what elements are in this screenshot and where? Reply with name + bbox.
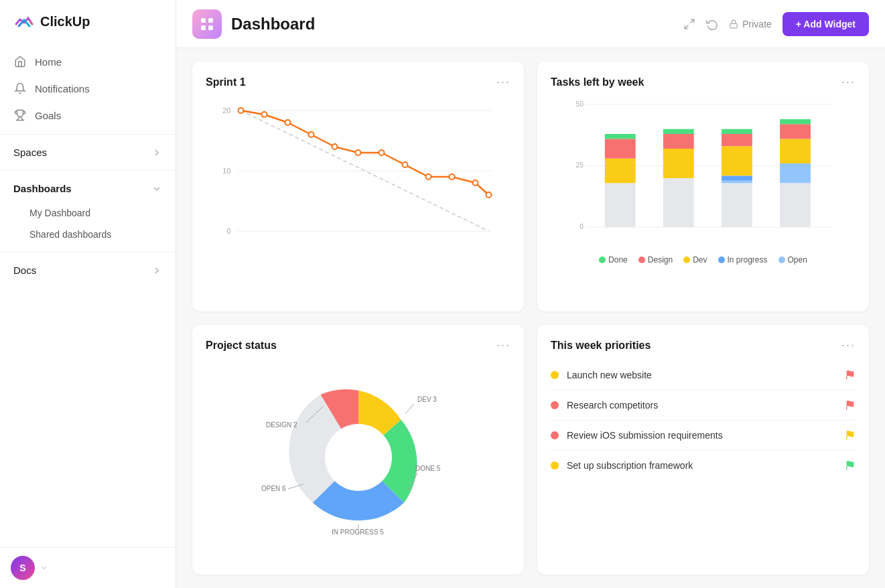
- legend-open: Open: [778, 255, 807, 265]
- pie-label-open: OPEN 6: [261, 485, 286, 492]
- priority-item-1: Research competitors: [551, 390, 856, 421]
- spaces-label: Spaces: [13, 147, 47, 158]
- bar-chart-svg: 50 25 0: [551, 97, 856, 244]
- priority-flag-1: [845, 400, 856, 411]
- svg-point-15: [262, 112, 267, 117]
- sidebar-section-dashboards[interactable]: Dashboards: [0, 176, 176, 201]
- priority-flag-0: [845, 370, 856, 380]
- priority-dot-3: [551, 461, 559, 469]
- svg-rect-2: [201, 25, 206, 30]
- clickup-logo-icon: [13, 11, 35, 32]
- sidebar-item-home[interactable]: Home: [0, 48, 176, 75]
- svg-rect-47: [780, 163, 811, 183]
- svg-text:0: 0: [226, 227, 230, 235]
- svg-point-25: [486, 192, 492, 198]
- tasks-card-menu[interactable]: ···: [841, 75, 856, 89]
- open-dot: [778, 256, 785, 263]
- add-widget-button[interactable]: + Add Widget: [782, 12, 869, 36]
- sidebar-item-my-dashboard[interactable]: My Dashboard: [0, 202, 176, 224]
- sprint-card-menu[interactable]: ···: [496, 75, 510, 89]
- nav-divider-3: [0, 252, 176, 252]
- svg-line-4: [691, 19, 694, 23]
- priority-dot-0: [551, 371, 559, 379]
- svg-rect-35: [605, 134, 636, 139]
- done-dot: [599, 256, 606, 263]
- sidebar-item-shared-dashboards[interactable]: Shared dashboards: [0, 224, 176, 245]
- user-dropdown-icon[interactable]: [40, 564, 48, 572]
- svg-rect-34: [605, 139, 636, 158]
- docs-label: Docs: [13, 265, 36, 276]
- priority-text-0: Launch new website: [567, 370, 837, 380]
- sidebar-item-goals[interactable]: Goals: [0, 102, 176, 129]
- header-right: Private + Add Widget: [683, 12, 869, 36]
- priorities-title: This week priorities: [551, 340, 651, 352]
- sidebar-item-notifications[interactable]: Notifications: [0, 75, 176, 102]
- chevron-right-icon-docs: [151, 265, 162, 276]
- sprint-chart-svg: 20 10 0: [206, 97, 510, 258]
- svg-rect-48: [780, 139, 811, 163]
- user-avatar[interactable]: S: [11, 556, 35, 580]
- pie-chart-container: DEV 3 DONE 5 IN PROGRESS 5 OPEN 6 DESIGN…: [206, 360, 510, 548]
- svg-rect-0: [201, 18, 206, 23]
- refresh-action[interactable]: [706, 18, 718, 30]
- legend-done: Done: [599, 255, 628, 265]
- in-progress-dot: [718, 256, 725, 263]
- home-icon: [13, 55, 27, 68]
- svg-text:25: 25: [576, 161, 584, 169]
- svg-point-51: [325, 424, 392, 491]
- open-label: Open: [788, 255, 807, 265]
- design-label: Design: [648, 255, 673, 265]
- sidebar-section-spaces[interactable]: Spaces: [0, 140, 176, 165]
- svg-point-19: [356, 150, 361, 155]
- bar-chart: 50 25 0: [551, 97, 856, 285]
- sprint-card-header: Sprint 1 ···: [206, 75, 510, 89]
- svg-text:50: 50: [576, 100, 584, 108]
- svg-line-5: [685, 25, 688, 28]
- sprint-chart: 20 10 0: [206, 97, 510, 285]
- svg-rect-40: [722, 183, 752, 227]
- svg-point-14: [239, 108, 244, 113]
- project-status-menu[interactable]: ···: [496, 338, 510, 352]
- legend-in-progress: In progress: [718, 255, 768, 265]
- project-status-header: Project status ···: [206, 338, 510, 352]
- legend-dev: Dev: [683, 255, 707, 265]
- priority-dot-2: [551, 431, 559, 439]
- priority-dot-1: [551, 401, 559, 409]
- svg-line-52: [405, 404, 414, 414]
- pie-label-done: DONE 5: [415, 465, 441, 472]
- chevron-right-icon: [151, 147, 162, 158]
- sidebar-item-goals-label: Goals: [35, 110, 61, 121]
- svg-point-17: [309, 132, 314, 137]
- expand-icon: [683, 18, 695, 30]
- priorities-menu[interactable]: ···: [841, 338, 856, 352]
- design-dot: [638, 256, 645, 263]
- legend-design: Design: [638, 255, 673, 265]
- svg-rect-46: [780, 183, 811, 227]
- avatar-initials: S: [19, 563, 25, 573]
- svg-point-24: [473, 180, 478, 186]
- svg-text:20: 20: [222, 106, 230, 115]
- trophy-icon: [13, 108, 27, 122]
- sidebar-section-docs[interactable]: Docs: [0, 258, 176, 283]
- pie-label-in-progress: IN PROGRESS 5: [332, 528, 384, 536]
- lock-icon: [729, 19, 738, 29]
- privacy-action[interactable]: Private: [729, 19, 772, 29]
- svg-rect-38: [663, 134, 694, 149]
- dashboards-label: Dashboards: [13, 183, 72, 194]
- svg-rect-42: [722, 175, 752, 180]
- logo[interactable]: ClickUp: [0, 0, 176, 43]
- priorities-card: This week priorities ··· Launch new webs…: [537, 325, 869, 575]
- svg-rect-45: [722, 129, 752, 134]
- refresh-icon: [706, 18, 718, 30]
- bell-icon: [13, 82, 27, 95]
- svg-rect-49: [780, 124, 811, 139]
- svg-point-18: [332, 144, 338, 149]
- dev-dot: [683, 256, 690, 263]
- priority-flag-2: [845, 430, 856, 441]
- pie-label-dev: DEV 3: [417, 396, 437, 403]
- sidebar-item-notifications-label: Notifications: [35, 83, 90, 94]
- logo-text: ClickUp: [40, 14, 90, 29]
- dashboard-grid: Sprint 1 ··· 20 10 0: [176, 48, 885, 588]
- priority-item-3: Set up subscription framework: [551, 451, 856, 480]
- expand-action[interactable]: [683, 18, 695, 30]
